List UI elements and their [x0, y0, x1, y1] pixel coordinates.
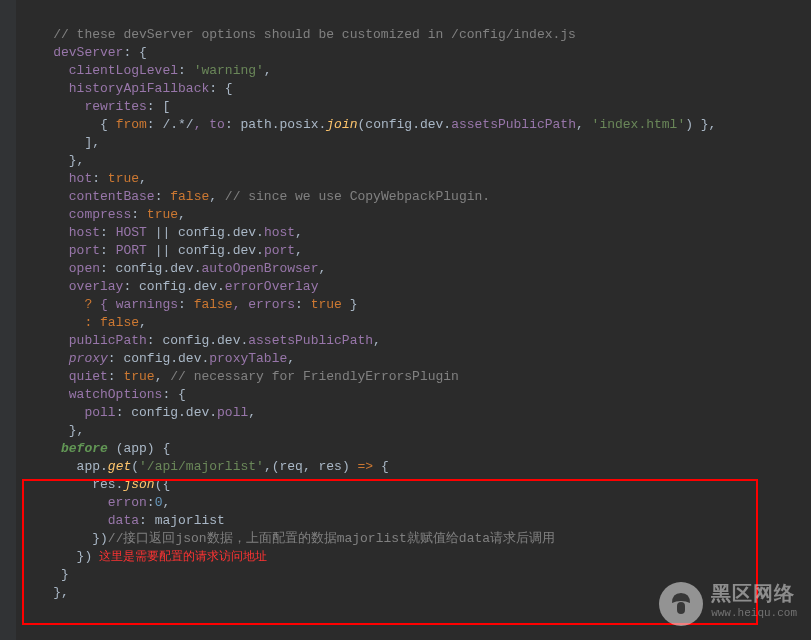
text: || config.dev.	[147, 225, 264, 240]
text: : majorlist	[139, 513, 225, 528]
indent: app.	[22, 459, 108, 474]
paren: (	[131, 459, 139, 474]
indent	[22, 351, 69, 366]
comma: ,	[139, 315, 147, 330]
code-line: })	[22, 549, 92, 564]
key: , to	[194, 117, 225, 132]
comma: ,	[295, 243, 303, 258]
bracket: : [	[147, 99, 170, 114]
brace: ({	[155, 477, 171, 492]
prop: assetsPublicPath	[451, 117, 576, 132]
indent	[22, 297, 84, 312]
brace: ) },	[685, 117, 716, 132]
code-line: }	[22, 567, 69, 582]
bool: true	[311, 297, 342, 312]
code-line: clientLogLevel	[22, 63, 178, 78]
bool: true	[123, 369, 154, 384]
prop: assetsPublicPath	[248, 333, 373, 348]
const: HOST	[116, 225, 147, 240]
func: join	[326, 117, 357, 132]
comma: ,	[155, 369, 171, 384]
colon: :	[92, 171, 108, 186]
func: get	[108, 459, 131, 474]
colon: :	[155, 189, 171, 204]
code-line: },	[22, 585, 69, 600]
bool: false	[100, 315, 139, 330]
string: '/api/majorlist'	[139, 459, 264, 474]
comma: ,	[248, 405, 256, 420]
colon: :	[100, 225, 116, 240]
comma: ,	[209, 189, 225, 204]
text: : config.dev.	[108, 351, 209, 366]
code-line: quiet	[22, 369, 108, 384]
prop: host	[264, 225, 295, 240]
annotation-text: 这里是需要配置的请求访问地址	[92, 550, 267, 564]
code-line: hot	[22, 171, 92, 186]
colon: :	[147, 495, 155, 510]
code-line: overlay	[22, 279, 123, 294]
code-line: compress	[22, 207, 131, 222]
colon: :	[178, 63, 194, 78]
regex: /.*/	[162, 117, 193, 132]
brace: })	[22, 531, 108, 546]
comma: ,	[318, 261, 326, 276]
code-line: },	[22, 153, 84, 168]
code-line: erron	[22, 495, 147, 510]
colon: :	[178, 297, 194, 312]
code-line: publicPath	[22, 333, 147, 348]
func: json	[123, 477, 154, 492]
before: before	[61, 441, 116, 456]
key: , errors	[233, 297, 295, 312]
prop: errorOverlay	[225, 279, 319, 294]
brace: : {	[123, 45, 146, 60]
code-line: // these devServer options should be cus…	[22, 27, 576, 42]
text: || config.dev.	[147, 243, 264, 258]
comma: ,	[373, 333, 381, 348]
prop: port	[264, 243, 295, 258]
comma: ,	[162, 495, 170, 510]
code-editor[interactable]: // these devServer options should be cus…	[0, 0, 811, 610]
brace: }	[342, 297, 358, 312]
code-line: data	[22, 513, 139, 528]
colon: :	[147, 117, 163, 132]
code-line: port	[22, 243, 100, 258]
comma: ,	[178, 207, 186, 222]
code-line: devServer	[22, 45, 123, 60]
code-line: ],	[22, 135, 100, 150]
code-line: },	[22, 423, 84, 438]
bool: true	[147, 207, 178, 222]
brace: : {	[209, 81, 232, 96]
indent: res.	[22, 477, 123, 492]
colon: :	[295, 297, 311, 312]
bool: false	[170, 189, 209, 204]
text: : config.dev.	[147, 333, 248, 348]
comma: ,	[295, 225, 303, 240]
string: 'warning'	[194, 63, 264, 78]
bool: false	[194, 297, 233, 312]
text: : path.posix.	[225, 117, 326, 132]
comment: // since we use CopyWebpackPlugin.	[225, 189, 490, 204]
comment: //接口返回json数据，上面配置的数据majorlist就赋值给data请求后…	[108, 531, 555, 546]
comma: ,	[287, 351, 295, 366]
prop: proxyTable	[209, 351, 287, 366]
text: : config.dev.	[123, 279, 224, 294]
prop: autoOpenBrowser	[201, 261, 318, 276]
prop: poll	[217, 405, 248, 420]
code-line: open	[22, 261, 100, 276]
gutter	[0, 0, 16, 640]
params: (app) {	[116, 441, 171, 456]
proxy: proxy	[69, 351, 108, 366]
colon: :	[84, 315, 100, 330]
colon: :	[100, 243, 116, 258]
colon: :	[108, 369, 124, 384]
comma: ,	[264, 63, 272, 78]
comma: ,	[139, 171, 147, 186]
brace: { warnings	[100, 297, 178, 312]
code-line: watchOptions	[22, 387, 162, 402]
brace: : {	[162, 387, 185, 402]
code-line: poll	[22, 405, 116, 420]
code-line: host	[22, 225, 100, 240]
comment: // necessary for FriendlyErrorsPlugin	[170, 369, 459, 384]
brace: {	[373, 459, 389, 474]
colon: :	[131, 207, 147, 222]
